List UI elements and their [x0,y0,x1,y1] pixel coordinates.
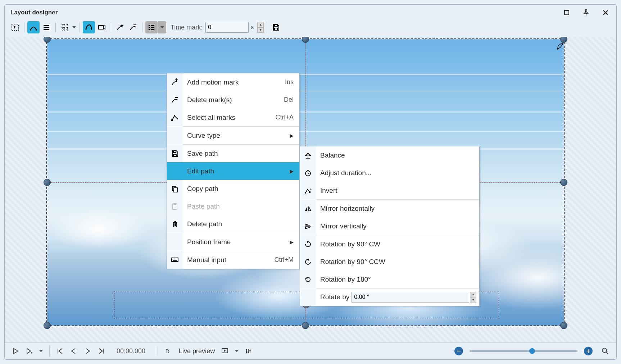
menu-edit-path[interactable]: Edit path ▶ [167,162,299,180]
copy-icon [167,180,183,197]
svg-rect-21 [172,258,178,261]
menu-paste-path: Paste path [167,197,299,215]
svg-rect-5 [44,27,49,28]
rotate-by-spinner[interactable]: ▲▼ [470,292,476,302]
submenu-mirror-horizontal[interactable]: Mirror horizontally [300,200,479,217]
menu-select-all-marks[interactable]: Select all marks Ctrl+A [167,109,299,126]
mirror-h-icon [300,200,316,217]
svg-point-3 [36,29,37,31]
toolbar-separator [55,22,56,32]
curve-tool-button[interactable] [27,21,40,33]
play-from-button[interactable] [24,346,35,356]
menu-delete-path[interactable]: Delete path [167,215,299,233]
titlebar: Layout designer [5,5,616,20]
list-tool-button[interactable] [40,21,53,33]
svg-rect-4 [44,25,49,26]
play-button[interactable] [10,346,21,356]
context-menu: Add motion mark Ins Delete mark(s) Del S… [167,73,300,269]
menu-copy-path[interactable]: Copy path [167,180,299,197]
last-frame-button[interactable] [96,346,106,356]
handle-bottom-left[interactable] [44,322,51,329]
path-tool-button[interactable] [83,21,95,33]
submenu-invert[interactable]: Invert [300,182,479,199]
delete-mark-tool-button[interactable] [127,21,139,33]
add-mark-tool-button[interactable] [114,21,126,33]
edit-path-submenu: Balance Adjust duration... Invert Mirror… [300,146,480,306]
prev-frame-button[interactable] [68,346,79,356]
toolbar-separator [80,22,80,32]
bottombar-separator [49,346,50,356]
time-mark-unit: s [249,24,257,31]
submenu-rotate-90-ccw[interactable]: Rotation by 90° CCW [300,253,479,270]
rotate-180-icon [300,270,316,288]
handle-mid-left[interactable] [44,179,51,186]
close-button[interactable] [600,8,611,17]
submenu-rotate-by: Rotate by ▲▼ [300,288,479,306]
rotate-by-input[interactable] [352,292,469,302]
menu-dropdown[interactable] [158,21,166,33]
menu-position-frame[interactable]: Position frame ▶ [167,233,299,251]
svg-rect-14 [171,119,173,121]
preview-mode-button[interactable] [220,346,231,356]
delete-mark-icon [167,91,183,109]
svg-rect-7 [99,26,103,29]
handle-bottom-right[interactable] [560,322,567,329]
zoom-in-button[interactable]: + [584,347,593,355]
bottombar: 00:00.000 Live preview − + [5,342,616,359]
svg-rect-13 [151,29,154,30]
submenu-balance[interactable]: Balance [300,146,479,164]
handle-mid-right[interactable] [560,179,567,186]
zoom-fit-button[interactable] [600,346,611,356]
submenu-rotate-180[interactable]: Rotation by 180° [300,270,479,288]
svg-rect-10 [149,27,150,28]
time-mark-spinner[interactable]: ▲▼ [257,22,264,33]
svg-rect-12 [149,29,150,30]
play-dropdown[interactable] [38,350,44,352]
settings-sliders-button[interactable] [243,346,254,356]
grid-tool-button[interactable] [59,21,71,33]
save-tool-button[interactable] [270,21,282,33]
next-frame-button[interactable] [82,346,93,356]
canvas-area[interactable]: Add motion mark Ins Delete mark(s) Del S… [5,37,616,342]
selection-tool-button[interactable] [9,21,21,33]
time-mark-label: Time mark: [167,24,205,31]
time-mark-input[interactable] [205,22,249,33]
pen-icon [556,42,565,51]
camera-tool-button[interactable] [96,21,108,33]
toolbar-separator [111,22,111,32]
submenu-adjust-duration[interactable]: Adjust duration... [300,164,479,182]
menu-save-path[interactable]: Save path [167,145,299,162]
toolbar-separator [24,22,24,32]
duration-icon [300,164,316,182]
toolbar-separator [142,22,142,32]
zoom-slider[interactable] [470,350,577,352]
live-preview-label: Live preview [177,347,217,355]
pin-button[interactable] [581,8,591,17]
menu-curve-type[interactable]: Curve type ▶ [167,127,299,144]
preview-dropdown[interactable] [234,350,240,352]
rotate-cw-icon [300,235,316,253]
first-frame-button[interactable] [55,346,65,356]
menu-add-motion-mark[interactable]: Add motion mark Ins [167,73,299,91]
trash-icon [167,215,183,233]
menu-tool-button[interactable] [145,21,158,33]
maximize-button[interactable] [562,8,572,17]
zoom-out-button[interactable]: − [454,347,463,355]
menu-delete-marks[interactable]: Delete mark(s) Del [167,91,299,109]
menu-manual-input[interactable]: Manual input Ctrl+M [167,251,299,269]
svg-rect-15 [174,115,175,117]
submenu-rotate-90-cw[interactable]: Rotation by 90° CW [300,235,479,253]
svg-point-31 [602,348,607,352]
svg-rect-16 [177,118,178,119]
save-icon [167,145,183,162]
handle-bottom-center[interactable] [302,322,309,329]
submenu-mirror-vertical[interactable]: Mirror vertically [300,217,479,235]
window-title: Layout designer [10,9,58,16]
playback-time: 00:00.000 [109,347,153,355]
submenu-arrow-icon: ▶ [288,133,294,138]
toolbar: Time mark: s ▲▼ [5,20,616,37]
zoom-slider-thumb[interactable] [529,348,535,354]
live-preview-icon-button[interactable] [163,346,174,356]
grid-dropdown[interactable] [72,26,77,28]
balance-icon [300,146,316,164]
